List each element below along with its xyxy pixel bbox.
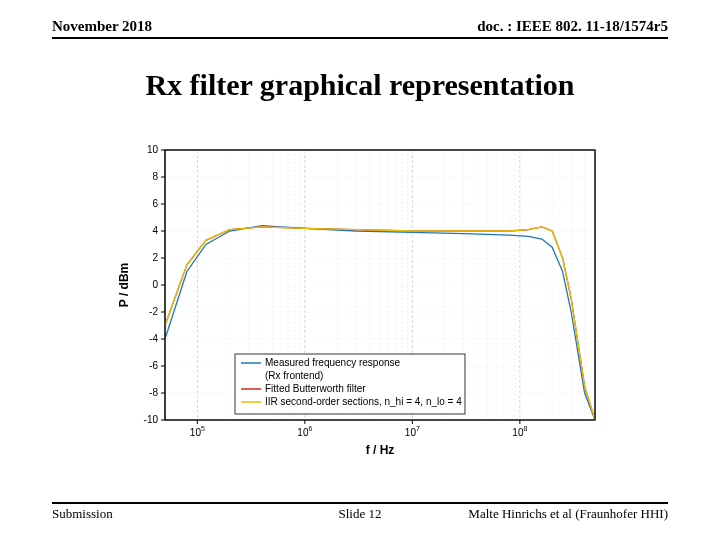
svg-text:-8: -8 <box>149 387 158 398</box>
svg-text:f / Hz: f / Hz <box>366 443 395 457</box>
svg-text:P / dBm: P / dBm <box>117 263 131 307</box>
svg-text:IIR second-order sections, n_h: IIR second-order sections, n_hi = 4, n_l… <box>265 396 462 407</box>
svg-text:10: 10 <box>147 144 159 155</box>
svg-text:0: 0 <box>152 279 158 290</box>
svg-text:8: 8 <box>152 171 158 182</box>
svg-text:6: 6 <box>152 198 158 209</box>
svg-text:4: 4 <box>152 225 158 236</box>
svg-text:Fitted Butterworth filter: Fitted Butterworth filter <box>265 383 366 394</box>
svg-text:2: 2 <box>152 252 158 263</box>
svg-text:107: 107 <box>405 425 420 438</box>
svg-text:-4: -4 <box>149 333 158 344</box>
svg-text:-10: -10 <box>144 414 159 425</box>
slide: November 2018 doc. : IEEE 802. 11-18/157… <box>0 0 720 540</box>
chart: 105106107108-10-8-6-4-20246810f / HzP / … <box>110 140 610 460</box>
chart-svg: 105106107108-10-8-6-4-20246810f / HzP / … <box>110 140 610 460</box>
header: November 2018 doc. : IEEE 802. 11-18/157… <box>52 18 668 39</box>
svg-text:106: 106 <box>297 425 312 438</box>
header-date: November 2018 <box>52 18 152 35</box>
header-docref: doc. : IEEE 802. 11-18/1574r5 <box>477 18 668 35</box>
svg-text:Measured frequency response: Measured frequency response <box>265 357 401 368</box>
svg-text:108: 108 <box>512 425 527 438</box>
footer-center: Slide 12 <box>52 506 668 522</box>
svg-text:-2: -2 <box>149 306 158 317</box>
footer: Submission Slide 12 Malte Hinrichs et al… <box>52 502 668 522</box>
svg-text:105: 105 <box>190 425 205 438</box>
svg-text:-6: -6 <box>149 360 158 371</box>
svg-text:(Rx frontend): (Rx frontend) <box>265 370 323 381</box>
slide-title: Rx filter graphical representation <box>0 68 720 102</box>
